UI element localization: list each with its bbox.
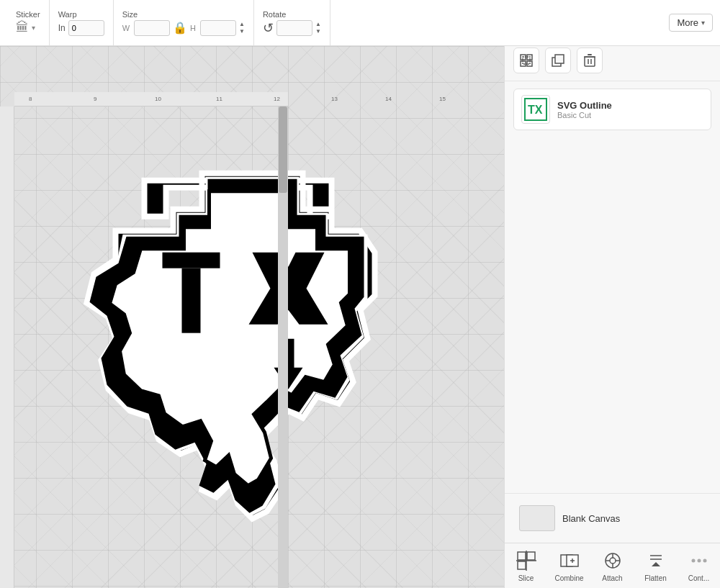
toolbar-size-section: Size W 🔒 H ▲ ▼ <box>114 0 254 45</box>
ruler-h-12: 12 <box>274 96 280 102</box>
cont-icon <box>688 549 711 572</box>
layer-type: Basic Cut <box>557 111 703 119</box>
ruler-h-10: 10 <box>155 96 161 102</box>
size-up-icon[interactable]: ▲ <box>239 22 245 27</box>
blank-canvas-section: Blank Canvas <box>505 493 720 543</box>
ruler-h-11: 11 <box>216 96 222 102</box>
blank-canvas-thumbnail <box>519 505 555 531</box>
flatten-button[interactable]: Flatten <box>640 549 672 582</box>
ruler-h-13: 13 <box>331 96 338 102</box>
size-control: Size W 🔒 H ▲ ▼ <box>122 10 245 36</box>
layer-name: SVG Outline <box>557 100 703 111</box>
attach-button[interactable]: Attach <box>597 549 629 582</box>
svg-marker-37 <box>652 562 660 566</box>
layer-thumb-svg: TX <box>524 98 547 121</box>
attach-icon <box>601 549 624 572</box>
flatten-icon <box>644 549 667 572</box>
slice-icon <box>515 549 538 572</box>
scrollbar-thumb[interactable] <box>279 107 287 193</box>
size-h-input[interactable] <box>200 20 236 36</box>
rotate-input[interactable] <box>276 20 312 36</box>
sticker-icon: 🏛 <box>16 20 29 35</box>
attach-svg-icon <box>603 551 623 571</box>
sticker-dropdown-icon[interactable]: ▾ <box>32 24 35 32</box>
size-h-label: H <box>190 24 196 32</box>
combine-button[interactable]: Combine <box>554 549 585 582</box>
combine-icon <box>558 549 581 572</box>
rotate-icon[interactable]: ↺ <box>263 20 274 36</box>
ruler-vertical <box>0 107 14 588</box>
cont-button[interactable]: Cont... <box>683 549 715 582</box>
bottom-toolbar: Slice Combine <box>505 543 720 588</box>
more-label: More <box>677 17 698 28</box>
svg-rect-22 <box>518 561 526 569</box>
rotate-up-icon[interactable]: ▲ <box>315 22 321 27</box>
toolbar-sticker-section: Sticker 🏛 ▾ <box>7 0 50 45</box>
blank-canvas-label: Blank Canvas <box>562 513 620 524</box>
size-w-label: W <box>122 24 130 32</box>
svg-point-38 <box>691 559 695 563</box>
ruler-h-9: 9 <box>94 96 96 102</box>
warp-label: Warp <box>58 10 77 19</box>
svg-rect-12 <box>585 57 595 66</box>
ruler-h-8: 8 <box>29 96 32 102</box>
size-down-icon[interactable]: ▼ <box>239 29 245 35</box>
size-w-input[interactable] <box>134 20 170 36</box>
svg-point-40 <box>703 559 706 563</box>
svg-rect-20 <box>518 552 526 560</box>
ruler-h-15: 15 <box>439 96 446 102</box>
slice-svg-icon <box>516 551 536 571</box>
rotate-down-icon[interactable]: ▼ <box>315 29 321 35</box>
ungroup-button[interactable] <box>545 48 571 73</box>
more-button[interactable]: More ▾ <box>669 14 713 32</box>
layer-item[interactable]: TX SVG Outline Basic Cut <box>513 89 711 130</box>
svg-rect-1 <box>182 268 201 333</box>
svg-rect-21 <box>527 552 535 560</box>
group-icon <box>520 54 533 67</box>
warp-control: Warp In <box>58 10 104 36</box>
slice-button[interactable]: Slice <box>510 549 542 582</box>
delete-icon <box>584 54 595 67</box>
vertical-scrollbar[interactable] <box>278 107 288 588</box>
rotate-label: Rotate <box>263 10 286 19</box>
group-button[interactable] <box>513 48 539 73</box>
svg-rect-9 <box>523 57 530 64</box>
ruler-h-14: 14 <box>385 96 392 102</box>
layer-info: SVG Outline Basic Cut <box>557 100 703 119</box>
rotate-arrows[interactable]: ▲ ▼ <box>315 22 321 35</box>
size-label: Size <box>122 10 138 19</box>
cont-label: Cont... <box>688 574 709 582</box>
svg-rect-0 <box>163 252 220 268</box>
canvas-area: 8 9 10 11 12 13 14 15 <box>0 46 504 588</box>
right-panel: Layers Color Sync ✕ <box>504 0 720 588</box>
layer-list: TX SVG Outline Basic Cut <box>505 81 720 493</box>
svg-rect-11 <box>555 55 564 63</box>
combine-svg-icon <box>559 551 580 571</box>
sticker-control: Sticker 🏛 ▾ <box>16 10 40 35</box>
cont-svg-icon <box>689 551 709 571</box>
more-chevron-icon: ▾ <box>701 19 705 27</box>
layer-actions-bar <box>505 40 720 81</box>
ruler-horizontal: 8 9 10 11 12 13 14 15 <box>14 92 288 107</box>
delete-button[interactable] <box>577 48 603 73</box>
warp-input[interactable] <box>68 20 104 36</box>
size-arrows[interactable]: ▲ ▼ <box>239 22 245 35</box>
toolbar-rotate-section: Rotate ↺ ▲ ▼ <box>254 0 330 45</box>
sticker-label: Sticker <box>16 10 40 19</box>
design-canvas[interactable] <box>58 115 411 535</box>
ungroup-icon <box>552 54 564 67</box>
blank-canvas-item: Blank Canvas <box>513 501 711 535</box>
combine-label: Combine <box>554 574 583 582</box>
flatten-svg-icon <box>646 551 666 571</box>
toolbar: Sticker 🏛 ▾ Warp In Size W 🔒 H <box>0 0 720 46</box>
warp-value: In <box>58 23 66 33</box>
svg-point-30 <box>610 558 616 564</box>
slice-label: Slice <box>518 574 534 582</box>
attach-label: Attach <box>602 574 622 582</box>
layer-thumbnail: TX <box>521 95 550 124</box>
more-section: More ▾ <box>669 14 713 32</box>
lock-icon[interactable]: 🔒 <box>173 21 187 35</box>
toolbar-warp-section: Warp In <box>50 0 114 45</box>
svg-text:TX: TX <box>528 104 543 116</box>
rotate-control: Rotate ↺ ▲ ▼ <box>263 10 321 36</box>
